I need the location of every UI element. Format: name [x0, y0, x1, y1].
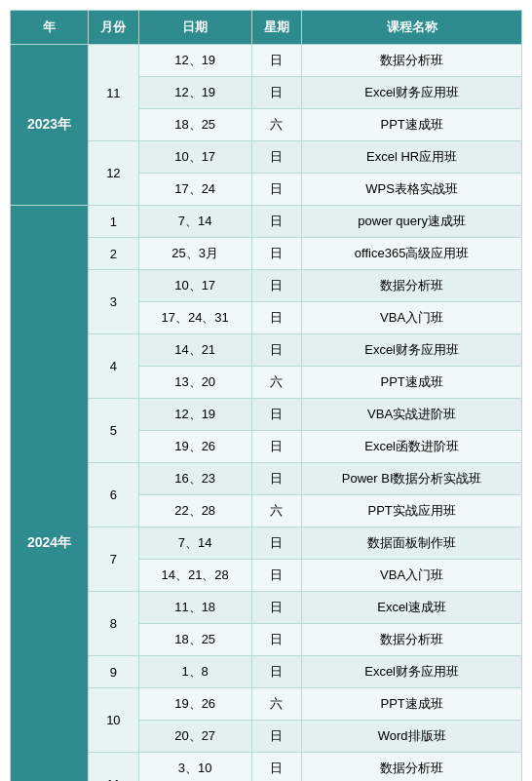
date-cell: 12、19 — [138, 45, 251, 77]
course-cell: Excel财务应用班 — [302, 656, 522, 688]
month-cell: 4 — [89, 334, 139, 399]
course-cell: 数据分析班 — [302, 270, 522, 302]
weekday-cell: 日 — [251, 656, 302, 688]
date-cell: 17、24 — [138, 174, 251, 206]
course-cell: power query速成班 — [302, 206, 522, 238]
weekday-cell: 日 — [251, 753, 302, 782]
course-cell: PPT实战应用班 — [302, 495, 522, 527]
course-cell: 数据面板制作班 — [302, 527, 522, 560]
month-cell: 2 — [89, 238, 139, 270]
course-cell: PPT速成班 — [302, 109, 522, 141]
course-cell: 数据分析班 — [302, 624, 522, 656]
year-cell: 2024年 — [11, 206, 89, 782]
date-cell: 14、21、28 — [138, 560, 251, 592]
date-cell: 20、27 — [138, 721, 251, 753]
header-month: 月份 — [89, 11, 139, 45]
table-row: 2024年17、14日power query速成班 — [11, 206, 522, 238]
weekday-cell: 日 — [251, 238, 302, 270]
weekday-cell: 日 — [251, 592, 302, 624]
date-cell: 12、19 — [138, 399, 251, 431]
weekday-cell: 日 — [251, 527, 302, 560]
month-cell: 5 — [89, 399, 139, 463]
schedule-table: 年 月份 日期 星期 课程名称 2023年1112、19日数据分析班12、19日… — [10, 10, 522, 781]
date-cell: 10、17 — [138, 141, 251, 174]
month-cell: 1 — [89, 206, 139, 238]
course-cell: WPS表格实战班 — [302, 174, 522, 206]
month-cell: 11 — [89, 753, 139, 782]
date-cell: 18、25 — [138, 109, 251, 141]
month-cell: 9 — [89, 656, 139, 688]
course-cell: 数据分析班 — [302, 753, 522, 782]
course-cell: VBA实战进阶班 — [302, 399, 522, 431]
date-cell: 19、26 — [138, 688, 251, 721]
weekday-cell: 日 — [251, 270, 302, 302]
course-cell: Excel HR应用班 — [302, 141, 522, 174]
weekday-cell: 六 — [251, 109, 302, 141]
weekday-cell: 日 — [251, 77, 302, 109]
date-cell: 3、10 — [138, 753, 251, 782]
table-row: 2023年1112、19日数据分析班 — [11, 45, 522, 77]
course-cell: Power BI数据分析实战班 — [302, 463, 522, 495]
month-cell: 11 — [89, 45, 139, 141]
date-cell: 1、8 — [138, 656, 251, 688]
weekday-cell: 日 — [251, 721, 302, 753]
month-cell: 8 — [89, 592, 139, 656]
header-weekday: 星期 — [251, 11, 302, 45]
weekday-cell: 日 — [251, 399, 302, 431]
month-cell: 7 — [89, 527, 139, 592]
course-cell: Excel函数进阶班 — [302, 431, 522, 463]
month-cell: 3 — [89, 270, 139, 334]
header-course: 课程名称 — [302, 11, 522, 45]
weekday-cell: 日 — [251, 302, 302, 334]
course-cell: Excel速成班 — [302, 592, 522, 624]
weekday-cell: 日 — [251, 206, 302, 238]
date-cell: 18、25 — [138, 624, 251, 656]
weekday-cell: 日 — [251, 463, 302, 495]
header-row: 年 月份 日期 星期 课程名称 — [11, 11, 522, 45]
date-cell: 22、28 — [138, 495, 251, 527]
date-cell: 11、18 — [138, 592, 251, 624]
header-date: 日期 — [138, 11, 251, 45]
weekday-cell: 六 — [251, 367, 302, 399]
date-cell: 17、24、31 — [138, 302, 251, 334]
weekday-cell: 日 — [251, 141, 302, 174]
date-cell: 10、17 — [138, 270, 251, 302]
year-cell: 2023年 — [11, 45, 89, 206]
month-cell: 10 — [89, 688, 139, 753]
course-cell: PPT速成班 — [302, 688, 522, 721]
date-cell: 7、14 — [138, 206, 251, 238]
date-cell: 7、14 — [138, 527, 251, 560]
weekday-cell: 日 — [251, 174, 302, 206]
course-cell: VBA入门班 — [302, 302, 522, 334]
date-cell: 25、3月 — [138, 238, 251, 270]
weekday-cell: 日 — [251, 624, 302, 656]
course-cell: VBA入门班 — [302, 560, 522, 592]
date-cell: 14、21 — [138, 334, 251, 367]
weekday-cell: 日 — [251, 431, 302, 463]
date-cell: 16、23 — [138, 463, 251, 495]
weekday-cell: 六 — [251, 688, 302, 721]
date-cell: 19、26 — [138, 431, 251, 463]
date-cell: 13、20 — [138, 367, 251, 399]
course-cell: Excel财务应用班 — [302, 334, 522, 367]
course-cell: Word排版班 — [302, 721, 522, 753]
weekday-cell: 日 — [251, 560, 302, 592]
course-cell: office365高级应用班 — [302, 238, 522, 270]
course-cell: 数据分析班 — [302, 45, 522, 77]
weekday-cell: 日 — [251, 334, 302, 367]
weekday-cell: 日 — [251, 45, 302, 77]
course-cell: Excel财务应用班 — [302, 77, 522, 109]
schedule-table-container: 年 月份 日期 星期 课程名称 2023年1112、19日数据分析班12、19日… — [10, 10, 522, 781]
date-cell: 12、19 — [138, 77, 251, 109]
month-cell: 6 — [89, 463, 139, 527]
weekday-cell: 六 — [251, 495, 302, 527]
course-cell: PPT速成班 — [302, 367, 522, 399]
header-year: 年 — [11, 11, 89, 45]
month-cell: 12 — [89, 141, 139, 206]
